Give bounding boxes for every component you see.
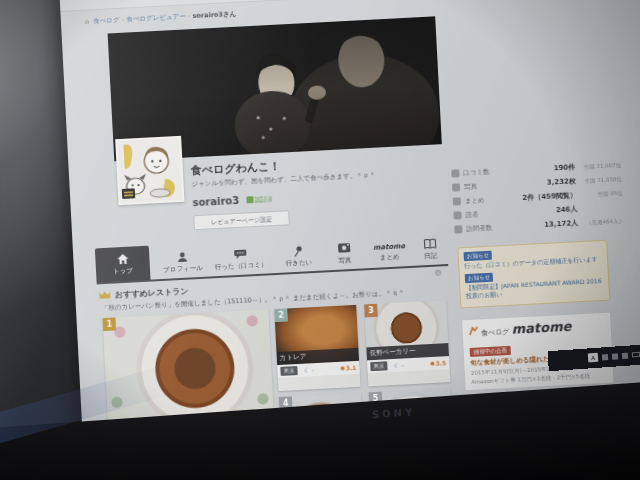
battery-icon[interactable] [632,352,640,358]
restaurant-card[interactable]: 3 長野ベーカリー 東京 ☾ - 3.5 [364,300,450,386]
restaurant-info: 東京 ☾ - 3.1 [277,361,360,378]
area-badge: 東京 [280,366,297,376]
notice-item[interactable]: お知らせ 【期間限定】JAPAN RESTAURANT AWARD 2016 投… [465,267,604,300]
fork-flag-icon [468,326,478,336]
dinner-moon-icon: ☾ - [394,361,404,368]
username: sorairo3 [192,195,239,208]
monitor-brand-logo: SONY [372,406,416,420]
notice-box: お知らせ 行った（口コミ）のデータの定期補正を行います お知らせ 【期間限定】J… [457,240,610,309]
tab-photos[interactable]: 写真 [325,242,364,270]
network-icon[interactable] [622,352,628,358]
ime-indicator[interactable]: A [588,353,599,363]
recommend-heading: おすすめレストラン [99,286,189,302]
tab-top[interactable]: トップ [95,246,151,283]
rank-badge: 1 [102,317,116,331]
rating-value: 3.1 [340,361,357,375]
verified-icon [246,196,253,203]
notice-badge: お知らせ [464,251,493,261]
graph-icon [454,225,462,233]
breadcrumb: ⌂ 食べログ 食べログレビュアー sorairo3さん [85,10,237,27]
person-icon [453,211,461,219]
book-icon [453,197,461,205]
campaign-badge: 開催中の企画 [470,346,512,357]
avatar[interactable] [115,136,184,205]
tab-diary[interactable]: 日記 [415,238,446,266]
photo-of-monitor: マイページ 2015/11/15(日) 19:45 1名 ＋詳細検索 ⌂ 食べロ… [0,0,640,480]
tab-visited[interactable]: 行った（口コミ） [209,247,272,276]
crown-icon [99,291,110,300]
restaurant-photo [102,309,273,424]
area-badge: 東京 [370,361,387,371]
verified-badge: 認証済 [246,195,272,205]
book-tab-icon [415,238,446,252]
notice-item[interactable]: お知らせ 行った（口コミ）のデータの定期補正を行います [464,245,603,270]
site-header: マイページ 2015/11/15(日) 19:45 1名 ＋詳細検索 [58,0,640,12]
tray-app-icon[interactable] [602,354,608,360]
camera-tab-icon [325,242,364,256]
dinner-moon-icon: ☾ - [304,366,314,373]
tab-wishlist[interactable]: 行きたい [275,245,322,273]
breadcrumb-current: sorairo3さん [192,10,236,20]
pin-tab-icon [275,245,322,259]
reviewer-page-settings-button[interactable]: レビュアーページ設定 [193,210,290,230]
breadcrumb-reviewer[interactable]: 食べログレビュアー [126,12,193,23]
breadcrumb-tabelog[interactable]: 食べログ [93,16,127,26]
comment-icon [451,169,459,177]
reviewer-stats: 口コミ数 190件 全国 31,007位 写真 3,232枚 全国 31,858… [451,159,624,238]
rank-badge: 3 [364,304,378,318]
home-icon: ⌂ [85,17,90,25]
notice-badge: お知らせ [465,272,494,282]
home-tab-icon [95,253,150,268]
gear-icon[interactable]: ⚙ [434,268,442,277]
volume-icon[interactable] [612,353,618,359]
profile-tab-bar: トップ プロフィール 行った（口コミ） 行きたい 写真 [95,232,448,284]
system-tray: A [588,350,640,363]
tab-matome[interactable]: matome まとめ [367,240,412,268]
rank-badge: 2 [274,308,288,322]
rating-value: 3.5 [430,356,447,370]
camera-icon [452,183,460,191]
tab-profile[interactable]: プロフィール [157,251,208,280]
restaurant-card[interactable]: 2 カトレア 東京 ☾ - 3.1 [274,305,360,391]
